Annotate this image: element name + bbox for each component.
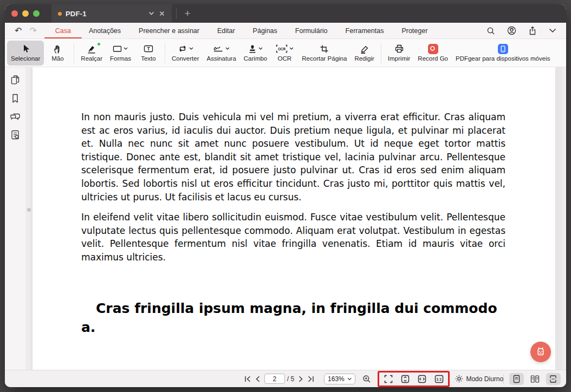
crop-icon <box>320 44 329 54</box>
menubar: ↶ ↷ Casa Anotações Preencher e assinar E… <box>5 23 566 39</box>
single-page-view-button[interactable] <box>509 373 524 385</box>
undo-icon: ↶ <box>15 26 22 35</box>
page-thumbnails-button[interactable] <box>10 75 20 85</box>
single-page-view-icon <box>512 375 521 383</box>
hand-tool-button[interactable]: Mão <box>44 41 71 66</box>
highlight-tool-button[interactable]: Realçar <box>77 41 106 66</box>
svg-text:T: T <box>147 46 150 51</box>
bookmark-icon <box>11 94 20 103</box>
redact-tool-button[interactable]: Redigir <box>351 41 378 66</box>
page-total-label: / 5 <box>287 375 294 383</box>
print-button[interactable]: Imprimir <box>384 41 414 66</box>
fit-page-icon <box>384 375 393 383</box>
shapes-tool-button[interactable]: Formas <box>106 41 135 66</box>
sidebar-splitter-handle[interactable] <box>27 208 31 212</box>
collapse-ribbon-button[interactable] <box>549 28 556 33</box>
crop-page-tool-button[interactable]: Recortar Página <box>298 41 351 66</box>
cursor-icon <box>21 44 30 54</box>
document-search-icon <box>10 130 20 140</box>
robot-icon <box>535 346 547 358</box>
tab-casa[interactable]: Casa <box>54 23 72 38</box>
fit-width-icon <box>418 375 426 383</box>
tab-menu-button[interactable] <box>146 8 157 19</box>
tool-label: Selecionar <box>11 56 40 62</box>
last-page-button[interactable] <box>306 374 315 384</box>
tab-close-button[interactable] <box>157 8 167 19</box>
select-tool-button[interactable]: Selecionar <box>7 41 44 66</box>
chevron-down-icon <box>347 377 352 381</box>
ribbon-tabs: Casa Anotações Preencher e assinar Edita… <box>54 23 429 38</box>
tool-label: OCR <box>278 56 292 62</box>
actual-size-button[interactable]: 1:1 <box>433 374 445 384</box>
page-number-input[interactable] <box>264 374 285 384</box>
continuous-scroll-icon <box>549 375 557 383</box>
document-properties-button[interactable] <box>10 130 20 140</box>
support-button[interactable] <box>507 26 516 35</box>
tool-label: Record Go <box>418 56 448 62</box>
document-paragraph: In non mauris justo. Duis vehicula mi ve… <box>81 110 505 204</box>
ai-assistant-button[interactable] <box>530 342 551 362</box>
convert-tool-button[interactable]: Converter <box>168 41 203 66</box>
tool-label: Carimbo <box>244 56 267 62</box>
text-tool-button[interactable]: T Texto <box>135 41 162 66</box>
document-tab[interactable]: PDF-1 <box>51 4 172 23</box>
tab-editar[interactable]: Editar <box>216 23 236 38</box>
tool-label: Converter <box>172 56 199 62</box>
pdfgear-mobile-button[interactable]: PDFgear para dispositivos móveis <box>452 41 554 66</box>
redact-marker-icon <box>360 44 369 54</box>
continuous-scroll-view-button[interactable] <box>546 373 561 385</box>
content-area: In non mauris justo. Duis vehicula mi ve… <box>5 67 566 370</box>
first-page-button[interactable] <box>243 374 252 384</box>
undo-button[interactable]: ↶ <box>15 27 22 35</box>
zoom-level-select[interactable]: 163% <box>324 374 355 384</box>
previous-page-button[interactable] <box>252 374 262 384</box>
pdf-page: In non mauris justo. Duis vehicula mi ve… <box>33 67 555 370</box>
last-page-icon <box>307 376 314 382</box>
fit-buttons-annotation-box: 1:1 <box>378 371 450 387</box>
comments-button[interactable] <box>10 112 21 121</box>
toolbar-divider <box>165 43 165 63</box>
rectangle-shape-icon <box>113 45 122 53</box>
tab-formulario[interactable]: Formulário <box>294 23 329 38</box>
close-window-button[interactable] <box>11 10 18 17</box>
mobile-device-icon <box>498 44 508 54</box>
fit-page-button[interactable] <box>382 374 394 384</box>
toolbar: Selecionar Mão Realçar Formas T Texto Co… <box>5 39 566 67</box>
tab-anotacoes[interactable]: Anotações <box>88 23 122 38</box>
zoom-window-button[interactable] <box>33 10 40 17</box>
tab-paginas[interactable]: Páginas <box>252 23 278 38</box>
toolbar-divider <box>74 43 74 63</box>
stamp-tool-button[interactable]: Carimbo <box>240 41 271 66</box>
vertical-scrollbar[interactable] <box>557 67 562 370</box>
text-box-icon: T <box>144 45 153 53</box>
tool-label: Assinatura <box>206 56 236 62</box>
tab-preencher-e-assinar[interactable]: Preencher e assinar <box>138 23 200 38</box>
day-mode-toggle[interactable]: Modo Diurno <box>455 375 503 383</box>
minimize-window-button[interactable] <box>22 10 29 17</box>
redo-button[interactable]: ↷ <box>29 27 36 35</box>
new-tab-button[interactable]: + <box>181 8 194 19</box>
signature-icon <box>213 44 224 53</box>
tool-label: Recortar Página <box>302 56 347 62</box>
fit-height-icon <box>401 375 410 383</box>
sun-icon <box>455 375 463 383</box>
document-paragraph: In eleifend velit vitae libero sollicitu… <box>81 211 505 264</box>
ocr-tool-button[interactable]: OCR OCR <box>271 41 298 66</box>
tool-label: Mão <box>51 56 63 62</box>
hand-icon <box>53 44 62 54</box>
record-go-icon <box>428 44 438 54</box>
bookmarks-button[interactable] <box>11 94 20 103</box>
share-button[interactable] <box>528 26 537 35</box>
fit-height-button[interactable] <box>399 374 411 384</box>
tab-ferramentas[interactable]: Ferramentas <box>345 23 385 38</box>
record-go-button[interactable]: Record Go <box>414 41 452 66</box>
signature-tool-button[interactable]: Assinatura <box>203 41 239 66</box>
chevron-down-icon <box>549 28 556 33</box>
document-viewport[interactable]: In non mauris justo. Duis vehicula mi ve… <box>25 67 566 370</box>
next-page-button[interactable] <box>296 374 306 384</box>
two-page-view-button[interactable] <box>528 373 542 385</box>
fit-width-button[interactable] <box>416 374 428 384</box>
zoom-in-button[interactable] <box>362 374 371 384</box>
search-button[interactable] <box>486 27 495 35</box>
tab-proteger[interactable]: Proteger <box>400 23 429 38</box>
